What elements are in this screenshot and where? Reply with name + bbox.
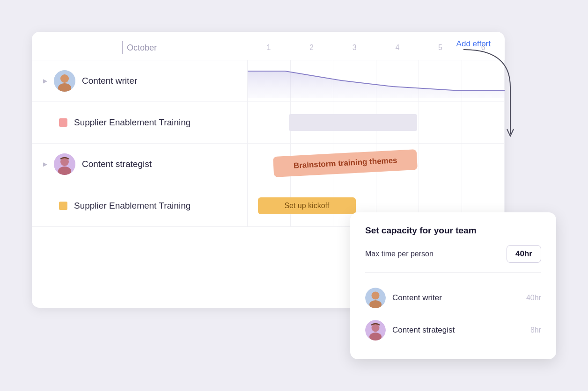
capacity-person-row-1: Content writer 40hr [365,282,541,314]
capacity-panel: Set capacity for your team Max time per … [350,212,556,359]
main-scene: October 1 2 3 4 5 6 Add effort ▶ [32,32,556,359]
supplier-2-label: Supplier Enablement Training [32,201,247,211]
capacity-avatar-2 [365,320,386,340]
content-strategist-avatar [54,153,75,175]
supplier-2-dot [59,202,67,210]
col-header-5: 5 [419,43,462,52]
content-writer-row: ▶ Content writer [32,60,505,102]
content-writer-name: Content writer [82,76,137,86]
svg-point-10 [372,324,380,332]
col-header-3: 3 [333,43,376,52]
capacity-person-row-2: Content strategist 8hr [365,314,541,346]
content-writer-label: ▶ Content writer [32,70,247,92]
supplier-training-1-row: Supplier Enablement Training [32,102,505,144]
content-writer-avatar [54,70,75,92]
kickoff-bar[interactable]: Set up kickoff [258,197,356,214]
max-time-value[interactable]: 40hr [507,245,541,263]
capacity-person-1-hours: 40hr [526,294,541,302]
content-strategist-label: ▶ Content strategist [32,153,247,175]
supplier-1-label: Supplier Enablement Training [32,117,247,128]
content-strategist-gantt: Brainstorm training themes [247,144,505,185]
supplier-2-name: Supplier Enablement Training [74,201,191,211]
month-label-col: October [32,41,247,60]
capacity-title: Set capacity for your team [365,225,541,236]
supplier-1-name: Supplier Enablement Training [74,117,191,128]
arrow-connector [463,50,524,143]
kickoff-label: Set up kickoff [284,202,329,210]
svg-point-1 [60,74,69,83]
content-strategist-name: Content strategist [82,159,152,169]
capacity-person-2-name: Content strategist [392,326,524,335]
supplier-1-dot [59,118,67,127]
svg-point-7 [372,292,380,300]
content-strategist-row: ▶ Content strategist [32,144,505,185]
capacity-avatar-1 [365,288,386,308]
expand-arrow-1[interactable]: ▶ [43,78,47,84]
max-time-label: Max time per person [365,250,434,258]
add-effort-button[interactable]: Add effort [456,39,491,49]
capacity-max-row: Max time per person 40hr [365,245,541,273]
capacity-person-2-hours: 8hr [530,326,541,334]
supplier-1-bar[interactable] [289,114,418,131]
col-header-4: 4 [376,43,419,52]
expand-arrow-2[interactable]: ▶ [43,161,47,167]
month-label: October [127,43,157,53]
col-header-1: 1 [247,43,290,52]
capacity-person-1-name: Content writer [392,293,520,303]
col-header-2: 2 [290,43,333,52]
gantt-header: October 1 2 3 4 5 6 Add effort [32,32,505,60]
brainstorm-label: Brainstorm training themes [293,156,397,171]
month-divider [122,41,123,54]
